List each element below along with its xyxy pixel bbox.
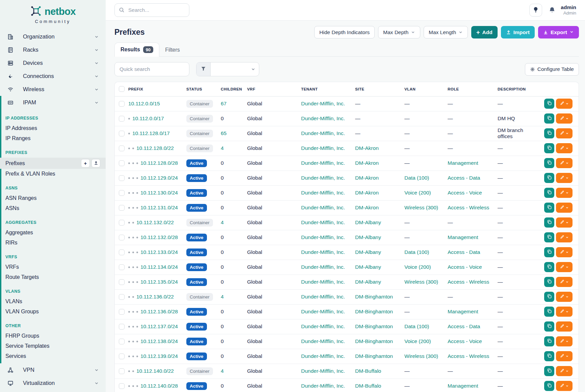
hide-depth-indicators-button[interactable]: Hide Depth Indicators [314, 26, 375, 38]
prefix-link[interactable]: 10.112.140.0/28 [140, 383, 178, 389]
role-link[interactable]: Management [448, 160, 478, 166]
prefix-link[interactable]: 10.112.129.0/24 [140, 175, 178, 181]
role-link[interactable]: Access - Voice [448, 338, 482, 344]
clone-button[interactable] [544, 381, 554, 391]
site-link[interactable]: DM-Akron [355, 190, 379, 195]
edit-button[interactable] [556, 277, 573, 287]
site-link[interactable]: DM-Binghamton [355, 353, 393, 359]
site-link[interactable]: DM-Binghamton [355, 323, 393, 329]
edit-button[interactable] [556, 99, 573, 109]
prefix-link[interactable]: 10.112.134.0/24 [140, 264, 178, 270]
tenant-link[interactable]: Dunder-Mifflin, Inc. [301, 338, 345, 344]
edit-button[interactable] [556, 336, 573, 346]
clone-button[interactable] [544, 292, 554, 302]
brand-logo[interactable]: netbox Community [0, 0, 106, 25]
edit-button[interactable] [556, 232, 573, 242]
edit-button[interactable] [556, 128, 573, 138]
column-header-tenant[interactable]: TENANT [301, 82, 355, 96]
sidebar-item-vpn[interactable]: VPN [0, 363, 106, 376]
column-header-description[interactable]: DESCRIPTION [498, 82, 539, 96]
tenant-link[interactable]: Dunder-Mifflin, Inc. [301, 368, 345, 374]
clone-button[interactable] [544, 307, 554, 317]
prefix-link[interactable]: 10.112.128.0/28 [140, 160, 178, 166]
tenant-link[interactable]: Dunder-Mifflin, Inc. [301, 294, 345, 299]
filter-button[interactable] [196, 62, 211, 76]
sidebar-item-vlan-groups[interactable]: VLAN Groups [0, 307, 106, 317]
clone-button[interactable] [544, 188, 554, 198]
clone-button[interactable] [544, 336, 554, 346]
clone-button[interactable] [544, 232, 554, 242]
column-header-role[interactable]: ROLE [448, 82, 498, 96]
row-checkbox[interactable] [119, 250, 125, 255]
row-checkbox[interactable] [119, 146, 125, 151]
add-prefix-button[interactable]: + [81, 159, 90, 167]
edit-button[interactable] [556, 188, 573, 198]
row-checkbox[interactable] [119, 264, 125, 270]
sidebar-item-rirs[interactable]: RIRs [0, 238, 106, 248]
clone-button[interactable] [544, 158, 554, 168]
tenant-link[interactable]: Dunder-Mifflin, Inc. [301, 175, 345, 181]
prefix-link[interactable]: 10.112.139.0/24 [140, 353, 178, 359]
sidebar-item-fhrp-groups[interactable]: FHRP Groups [0, 331, 106, 341]
site-link[interactable]: DM-Buffalo [355, 383, 381, 389]
role-link[interactable]: Access - Wireless [448, 205, 489, 210]
notifications-bell-icon[interactable] [549, 7, 555, 14]
prefix-link[interactable]: 10.112.133.0/24 [140, 249, 178, 255]
role-link[interactable]: Access - Voice [448, 190, 482, 195]
edit-button[interactable] [556, 307, 573, 317]
sidebar-item-ip-addresses[interactable]: IP Addresses [0, 123, 106, 133]
prefix-link[interactable]: 10.112.135.0/24 [140, 279, 178, 285]
column-header-site[interactable]: SITE [355, 82, 404, 96]
sidebar-item-aggregates[interactable]: Aggregates [0, 228, 106, 238]
saved-filter-select[interactable] [211, 62, 259, 76]
site-link[interactable]: DM-Albany [355, 249, 381, 255]
edit-button[interactable] [556, 113, 573, 124]
role-link[interactable]: Access - Wireless [448, 353, 489, 359]
sidebar-item-devices[interactable]: Devices [0, 56, 106, 70]
site-link[interactable]: DM-Binghamton [355, 309, 393, 314]
tenant-link[interactable]: Dunder-Mifflin, Inc. [301, 190, 345, 195]
prefix-link[interactable]: 10.112.137.0/24 [140, 323, 178, 329]
edit-button[interactable] [556, 173, 573, 183]
children-count-link[interactable]: 4 [221, 219, 224, 225]
clone-button[interactable] [544, 277, 554, 287]
vlan-link[interactable]: Voice (200) [404, 338, 431, 344]
quick-search-input[interactable] [114, 62, 189, 76]
sidebar-item-vrfs[interactable]: VRFs [0, 262, 106, 272]
role-link[interactable]: Management [448, 234, 478, 240]
site-link[interactable]: DM-Akron [355, 145, 379, 151]
vlan-link[interactable]: Voice (200) [404, 264, 431, 270]
vlan-link[interactable]: Data (100) [404, 175, 429, 181]
sidebar-item-services[interactable]: Services [0, 351, 106, 361]
row-checkbox[interactable] [119, 339, 125, 344]
sidebar-item-route-targets[interactable]: Route Targets [0, 272, 106, 282]
tenant-link[interactable]: Dunder-Mifflin, Inc. [301, 145, 345, 151]
edit-button[interactable] [556, 247, 573, 257]
clone-button[interactable] [544, 351, 554, 361]
sidebar-item-service-templates[interactable]: Service Templates [0, 341, 106, 351]
row-checkbox[interactable] [119, 220, 125, 226]
row-checkbox[interactable] [119, 101, 125, 107]
role-link[interactable]: Access - Voice [448, 264, 482, 270]
prefix-link[interactable]: 10.112.128.0/17 [132, 130, 170, 136]
role-link[interactable]: Access - Wireless [448, 279, 489, 285]
edit-button[interactable] [556, 143, 573, 153]
select-all-checkbox[interactable] [119, 86, 125, 92]
edit-button[interactable] [556, 292, 573, 302]
tenant-link[interactable]: Dunder-Mifflin, Inc. [301, 115, 345, 121]
user-menu[interactable]: admin Admin [561, 4, 576, 16]
clone-button[interactable] [544, 217, 554, 228]
row-checkbox[interactable] [119, 175, 125, 181]
site-link[interactable]: DM-Binghamton [355, 294, 393, 299]
role-link[interactable]: Access - Data [448, 175, 480, 181]
tab-results[interactable]: Results 90 [114, 43, 159, 57]
sidebar-item-vlans[interactable]: VLANs [0, 296, 106, 307]
row-checkbox[interactable] [119, 324, 125, 330]
prefix-link[interactable]: 10.112.132.0/22 [136, 219, 174, 225]
vlan-link[interactable]: Data (100) [404, 323, 429, 329]
row-checkbox[interactable] [119, 205, 125, 211]
tenant-link[interactable]: Dunder-Mifflin, Inc. [301, 383, 345, 389]
edit-button[interactable] [556, 366, 573, 376]
tab-filters[interactable]: Filters [159, 44, 186, 56]
sidebar-item-prefixes[interactable]: Prefixes+ [0, 158, 106, 169]
